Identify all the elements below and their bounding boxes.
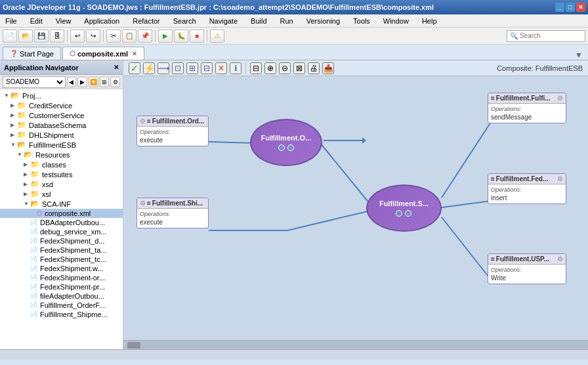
tree-item[interactable]: ▼📂 FulfillmentESB <box>0 140 123 150</box>
tree-item[interactable]: ⬡ composite.xml <box>0 209 123 218</box>
tree-item[interactable]: ▶📁 testsuites <box>0 169 123 179</box>
sidebar-expand[interactable]: ⊞ <box>100 77 110 87</box>
tree-item[interactable]: ▼📂 Proj... <box>0 91 123 100</box>
minimize-button[interactable]: _ <box>555 3 564 12</box>
menu-versioning[interactable]: Versioning <box>304 16 343 26</box>
close-button[interactable]: ✕ <box>576 3 585 12</box>
center-comp-order[interactable]: Fulfillment.O... <box>250 119 322 166</box>
tree-item[interactable]: 📄 FedexShipment_ta... <box>0 246 123 255</box>
canvas[interactable]: ⚙ ≡ Fulfillment.Ord... Operations: execu… <box>123 76 588 349</box>
file-icon: 📄 <box>30 238 37 244</box>
tab-composite-xml[interactable]: ⬡ composite.xml ✕ <box>62 47 144 60</box>
tree-item[interactable]: ▼📂 Resources <box>0 150 123 160</box>
expand-arrow-icon: ▼ <box>4 93 9 98</box>
comp-component[interactable]: ⊡ <box>172 62 184 74</box>
menu-window[interactable]: Window <box>381 16 411 26</box>
tree-item[interactable]: 📄 fileAdapterOutbou... <box>0 291 123 301</box>
composite-toolbar: ✓ ⚡ ⟿ ⊡ ⊞ ⊟ ✕ ℹ ⊟ ⊕ ⊖ ⊠ 🖨 📤 Composite: F… <box>123 60 588 76</box>
tree-item-label: classes <box>42 161 66 169</box>
menu-run[interactable]: Run <box>278 16 296 26</box>
center-comp-order-connectors <box>261 144 311 151</box>
center-comp-ship[interactable]: Fulfillment.S... <box>366 184 442 232</box>
tree-item[interactable]: 📄 FedexShipment-pr... <box>0 282 123 291</box>
comp-run[interactable]: ⚡ <box>143 62 155 74</box>
menu-help[interactable]: Help <box>419 16 440 26</box>
tree-item[interactable]: 📄 Fulfillment_OrderF... <box>0 301 123 310</box>
comp-print[interactable]: 🖨 <box>308 62 320 74</box>
tab-composite-xml-close[interactable]: ✕ <box>132 51 137 57</box>
stop-button[interactable]: ■ <box>190 30 204 43</box>
menu-file[interactable]: File <box>3 16 20 26</box>
sidebar-nav-back[interactable]: ◀ <box>67 77 77 87</box>
tree-item[interactable]: ▼📂 SCA-INF <box>0 199 123 209</box>
expand-arrow-icon: ▶ <box>10 122 16 128</box>
project-select[interactable]: SOADEMO <box>3 76 66 88</box>
comp-box-fulli[interactable]: ≡ Fulfillment.Fulfi... ⚙ Operations: sen… <box>488 93 566 123</box>
sidebar-close-button[interactable]: ✕ <box>114 64 119 71</box>
warning-button[interactable]: ⚠ <box>210 30 224 43</box>
tree-item[interactable]: ▶📁 xsl <box>0 189 123 199</box>
sidebar-filter[interactable]: 🔽 <box>89 77 98 87</box>
tree-item[interactable]: 📄 FedexShipment_d... <box>0 236 123 246</box>
save-all-button[interactable]: 🗄 <box>50 30 64 43</box>
menu-view[interactable]: View <box>53 16 74 26</box>
tree-item[interactable]: 📄 FedexShipment.w... <box>0 264 123 273</box>
tab-dropdown[interactable]: ▼ <box>575 51 585 60</box>
comp-box-ord[interactable]: ⚙ ≡ Fulfillment.Ord... Operations: execu… <box>136 116 209 146</box>
run-button[interactable]: ▶ <box>158 30 173 43</box>
menu-search[interactable]: Search <box>171 16 199 26</box>
tree-item[interactable]: ▶📁 classes <box>0 160 123 169</box>
tree-item[interactable]: 📄 FedexShipment-or... <box>0 273 123 282</box>
tree-item[interactable]: ▶📁 xsd <box>0 179 123 189</box>
comp-box-usp-ops: Write <box>491 274 563 282</box>
menu-edit[interactable]: Edit <box>28 16 45 26</box>
tree-item[interactable]: 📄 debug_service_xm... <box>0 227 123 236</box>
comp-box-fed[interactable]: ≡ Fulfillment.Fed... ⚙ Operations: inser… <box>488 173 566 204</box>
undo-button[interactable]: ↩ <box>70 30 85 43</box>
tab-start-page[interactable]: ❓ Start Page <box>3 47 61 60</box>
file-icon: 📄 <box>30 219 37 226</box>
file-icon: 📄 <box>30 265 37 272</box>
comp-box-usp[interactable]: ≡ Fulfillment.USP... ⚙ Operations: Write <box>488 253 566 284</box>
save-button[interactable]: 💾 <box>34 30 49 43</box>
tree-item[interactable]: ▶📁 DHLShipment <box>0 130 123 140</box>
center-comp-order-label: Fulfillment.O... <box>261 134 311 142</box>
comp-fit[interactable]: ⊠ <box>293 62 305 74</box>
comp-zoom-in[interactable]: ⊕ <box>264 62 276 74</box>
comp-validate[interactable]: ✓ <box>129 62 140 74</box>
menu-build[interactable]: Build <box>248 16 269 26</box>
copy-button[interactable]: 📋 <box>122 30 136 43</box>
comp-export[interactable]: 📤 <box>322 62 334 74</box>
paste-button[interactable]: 📌 <box>138 30 152 43</box>
comp-box-shi[interactable]: ⚙ ≡ Fulfillment.Shi... Operations: execu… <box>136 198 209 228</box>
cut-button[interactable]: ✂ <box>106 30 121 43</box>
comp-layout[interactable]: ⊟ <box>250 62 262 74</box>
canvas-scrollbar[interactable] <box>123 340 588 349</box>
sidebar-nav-fwd[interactable]: ▶ <box>77 77 87 87</box>
comp-info[interactable]: ℹ <box>230 62 242 74</box>
menu-navigate[interactable]: Navigate <box>207 16 240 26</box>
sidebar-settings[interactable]: ⚙ <box>110 77 120 87</box>
scrollbar-thumb[interactable] <box>127 342 140 349</box>
tree-item[interactable]: ▶📁 CustomerService <box>0 110 123 120</box>
search-input[interactable] <box>520 32 579 39</box>
tree-item[interactable]: 📄 Fulfillment_Shipme... <box>0 310 123 319</box>
toolbar-sep2 <box>103 30 104 42</box>
comp-reference[interactable]: ⊞ <box>186 62 198 74</box>
tree-item[interactable]: 📄 FedexShipment_tc... <box>0 255 123 264</box>
comp-delete[interactable]: ✕ <box>215 62 227 74</box>
tree-item[interactable]: ▶📁 CreditService <box>0 100 123 110</box>
maximize-button[interactable]: □ <box>566 3 575 12</box>
menu-application[interactable]: Application <box>81 16 122 26</box>
comp-wire[interactable]: ⟿ <box>158 62 169 74</box>
comp-zoom-out[interactable]: ⊖ <box>279 62 291 74</box>
debug-button[interactable]: 🐛 <box>174 30 188 43</box>
menu-tools[interactable]: Tools <box>350 16 373 26</box>
new-button[interactable]: 📄 <box>3 30 17 43</box>
tree-item[interactable]: ▶📁 DatabaseSchema <box>0 120 123 130</box>
comp-service[interactable]: ⊟ <box>201 62 213 74</box>
open-button[interactable]: 📂 <box>18 30 33 43</box>
menu-refactor[interactable]: Refactor <box>130 16 163 26</box>
redo-button[interactable]: ↪ <box>86 30 100 43</box>
tree-item[interactable]: 📄 DBAdapterOutbou... <box>0 218 123 227</box>
